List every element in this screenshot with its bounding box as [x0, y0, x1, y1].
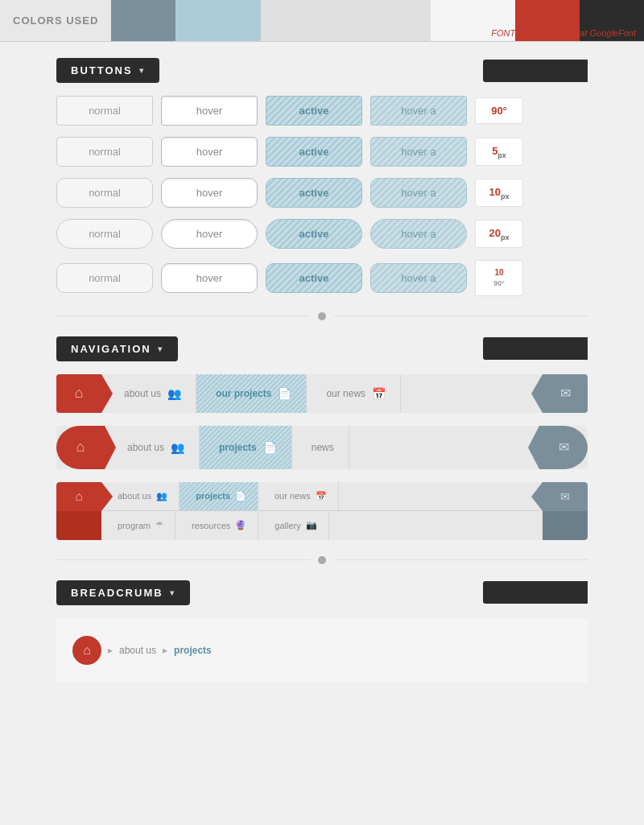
nav-item-projects-1[interactable]: our projects 📄 — [196, 374, 307, 413]
breadcrumb-title-text: BREADCRUMB — [71, 587, 163, 599]
nav-home-button-2[interactable]: ⌂ — [56, 426, 105, 469]
breadcrumb-item-2[interactable]: projects — [174, 645, 212, 656]
divider-2-dot — [318, 556, 326, 564]
nav-item-about-2[interactable]: about us 👥 — [105, 426, 200, 469]
users-icon-1: 👥 — [167, 387, 181, 400]
chevron-down-icon: ▾ — [139, 66, 145, 75]
nav-mail-button-3[interactable]: ✉ — [543, 482, 588, 511]
nav-3-resources[interactable]: resources 🔮 — [175, 511, 258, 540]
nav-3-projects[interactable]: projects 📄 — [180, 482, 258, 510]
nav-item-news-2[interactable]: news — [292, 426, 349, 469]
colors-used-label: COLORS USED — [0, 0, 111, 41]
btn-hover-3[interactable]: hover — [161, 178, 258, 208]
btn-hover-a-1[interactable]: hover a — [370, 96, 467, 126]
button-row-2: normal hover active hover a 5px — [56, 137, 588, 167]
btn-active-3[interactable]: active — [266, 178, 362, 208]
font-name: Montserrat — [545, 28, 588, 38]
btn-hover-5[interactable]: hover — [161, 263, 258, 293]
nav-news-text-1: our news — [326, 388, 365, 399]
navigation-dark-bar — [483, 337, 588, 360]
btn-hover-1[interactable]: hover — [161, 96, 258, 126]
btn-normal-3[interactable]: normal — [56, 178, 153, 208]
breadcrumb-section: ⌂ ▸ about us ▸ projects — [0, 618, 644, 683]
nav-news-text-2: news — [312, 442, 334, 453]
breadcrumb-home-btn[interactable]: ⌂ — [72, 636, 101, 665]
btn-active-2[interactable]: active — [266, 137, 362, 167]
navigation-section-header: NAVIGATION ▾ — [56, 336, 588, 361]
mail-icon-1: ✉ — [560, 386, 571, 401]
nav-home-col-bottom — [56, 511, 101, 540]
nav-item-news-1[interactable]: our news 📅 — [307, 374, 401, 413]
nav-3-gallery-text: gallery — [275, 521, 300, 530]
nav-3-projects-text: projects — [196, 491, 230, 501]
colors-bar: COLORS USED FONT USED Montserrat GoogleF… — [0, 0, 644, 42]
swatch-2 — [175, 0, 260, 41]
breadcrumb-title[interactable]: BREADCRUMB ▾ — [56, 580, 190, 605]
nav-home-button-3[interactable]: ⌂ — [56, 482, 101, 511]
breadcrumb-bar: ⌂ ▸ about us ▸ projects — [56, 618, 588, 683]
btn-normal-1[interactable]: normal — [56, 96, 153, 126]
home-icon-1: ⌂ — [75, 385, 84, 402]
btn-normal-2[interactable]: normal — [56, 137, 153, 167]
btn-normal-4[interactable]: normal — [56, 219, 153, 249]
page-icon-2: 📄 — [263, 441, 277, 454]
btn-hover-a-3[interactable]: hover a — [370, 178, 467, 208]
home-icon-3: ⌂ — [75, 489, 83, 504]
swatch-3 — [261, 0, 431, 41]
nav-3-program[interactable]: program ☂ — [101, 511, 175, 540]
divider-2 — [56, 556, 588, 564]
btn-active-5[interactable]: active — [266, 263, 362, 293]
btn-hover-4[interactable]: hover — [161, 219, 258, 249]
divider-2-line-right — [334, 559, 588, 560]
home-icon-2: ⌂ — [76, 439, 85, 456]
btn-hover-a-4[interactable]: hover a — [370, 219, 467, 249]
buttons-section: normal hover active hover a 90° normal h… — [0, 96, 644, 296]
divider-dot — [318, 312, 326, 320]
nav-item-projects-2[interactable]: projects 📄 — [200, 426, 292, 469]
nav-3-program-text: program — [118, 521, 151, 530]
nav-3-top-row: about us 👥 projects 📄 our news 📅 — [101, 482, 543, 511]
program-icon-3: ☂ — [155, 520, 163, 530]
breadcrumb-item-1[interactable]: about us — [119, 645, 156, 656]
btn-hover-a-2[interactable]: hover a — [370, 137, 467, 167]
nav-home-col-3: ⌂ — [56, 482, 101, 540]
divider-2-line-left — [56, 559, 310, 560]
nav-3-bottom-row: program ☂ resources 🔮 gallery 📷 — [101, 511, 543, 540]
nav-bar-3: ⌂ about us 👥 projects 📄 our news 📅 — [56, 482, 588, 540]
buttons-title-text: BUTTONS — [71, 64, 133, 76]
breadcrumb-section-header: BREADCRUMB ▾ — [56, 580, 588, 605]
nav-bar-1: ⌂ about us 👥 our projects 📄 our news 📅 ✉ — [56, 374, 588, 413]
nav-end-col-3: ✉ — [543, 482, 588, 540]
button-row-5: normal hover active hover a 10 90° — [56, 260, 588, 296]
font-label: FONT USED Montserrat GoogleFont — [491, 28, 636, 38]
nav-item-about-1[interactable]: about us 👥 — [101, 374, 196, 413]
buttons-dark-bar — [483, 60, 588, 82]
nav-3-content: about us 👥 projects 📄 our news 📅 program… — [101, 482, 543, 540]
nav-bar-2: ⌂ about us 👥 projects 📄 news ✉ — [56, 426, 588, 469]
nav-home-button-1[interactable]: ⌂ — [56, 374, 101, 413]
breadcrumb-chevron-icon: ▾ — [170, 588, 175, 597]
nav-mail-button-1[interactable]: ✉ — [543, 374, 588, 413]
btn-active-1[interactable]: active — [266, 96, 362, 126]
nav-projects-text-2: projects — [219, 442, 257, 453]
btn-hover-2[interactable]: hover — [161, 137, 258, 167]
divider-line-left — [56, 316, 310, 316]
nav-3-news[interactable]: our news 📅 — [258, 482, 339, 510]
page-icon-1: 📄 — [278, 387, 291, 400]
btn-active-4[interactable]: active — [266, 219, 362, 249]
nav-chevron-down-icon: ▾ — [158, 344, 163, 353]
navigation-section: ⌂ about us 👥 our projects 📄 our news 📅 ✉… — [0, 374, 644, 540]
button-row-3: normal hover active hover a 10px — [56, 178, 588, 208]
btn-hover-a-5[interactable]: hover a — [370, 263, 467, 293]
button-row-1: normal hover active hover a 90° — [56, 96, 588, 126]
users-icon-3: 👥 — [156, 491, 167, 501]
navigation-title-text: NAVIGATION — [71, 343, 151, 355]
nav-mail-button-2[interactable]: ✉ — [539, 426, 588, 469]
buttons-title[interactable]: BUTTONS ▾ — [56, 58, 159, 83]
nav-3-about[interactable]: about us 👥 — [101, 482, 180, 510]
nav-3-gallery[interactable]: gallery 📷 — [258, 511, 328, 540]
btn-normal-5[interactable]: normal — [56, 263, 153, 293]
divider-line-right — [334, 316, 588, 316]
navigation-title[interactable]: NAVIGATION ▾ — [56, 336, 178, 361]
font-used-text: FONT USED — [491, 28, 543, 38]
